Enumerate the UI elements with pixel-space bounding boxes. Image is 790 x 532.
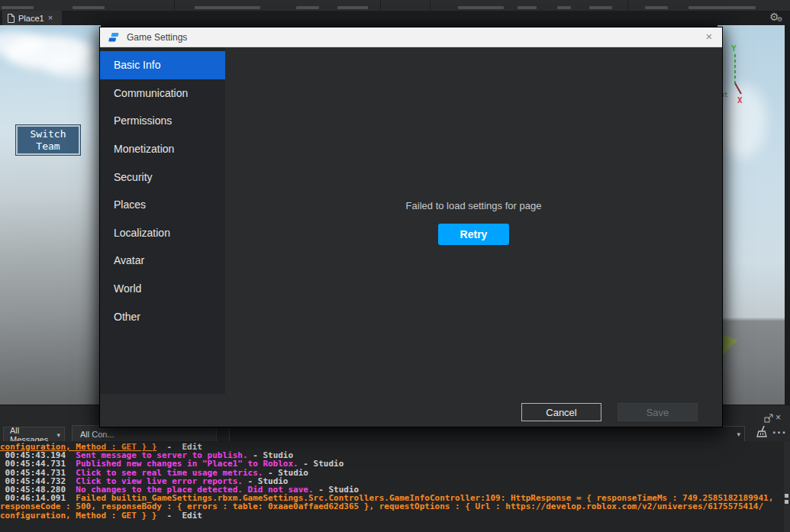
output-close-icon[interactable]: × [775, 412, 781, 423]
sidebar-item-avatar[interactable]: Avatar [100, 247, 225, 275]
ribbon-toolbar [0, 0, 790, 11]
tab-title: Place1 [18, 14, 44, 23]
toolbar-divider [627, 0, 628, 11]
sidebar-item-label: World [114, 282, 141, 295]
terrain-grass-wedge [721, 334, 737, 356]
sidebar-item-permissions[interactable]: Permissions [100, 107, 225, 135]
toolbar-label-fragment [589, 6, 612, 9]
sidebar-item-label: Monetization [114, 143, 174, 155]
sidebar-item-label: Avatar [114, 254, 144, 266]
scrollbar-mark [785, 494, 788, 498]
document-tab-bar: Place1 × ⚙ ⚙ [0, 11, 790, 25]
gizmo-y-label: Y [731, 44, 737, 53]
cloud [46, 57, 99, 77]
viewport-left[interactable] [0, 25, 101, 405]
dialog-title: Game Settings [127, 32, 187, 43]
toolbar-label-fragment [73, 6, 105, 9]
sidebar-item-label: Security [114, 171, 153, 183]
toolbar-divider [430, 0, 430, 11]
log-line[interactable]: configuration, Method : GET } } - Edit [0, 511, 784, 520]
sidebar-item-security[interactable]: Security [100, 163, 225, 191]
toolbar-label-fragment [688, 6, 756, 9]
sidebar-item-localization[interactable]: Localization [100, 219, 225, 247]
toolbar-divider [174, 0, 175, 11]
all-contexts-label: All Con... [80, 430, 114, 439]
sidebar-item-label: Places [114, 198, 146, 211]
right-panel-edge [785, 25, 790, 405]
toolbar-label-fragment [557, 6, 571, 9]
dialog-footer: Cancel Save [100, 394, 722, 427]
scrollbar-mark [785, 500, 788, 504]
sidebar-item-label: Basic Info [114, 59, 160, 71]
toolbar-label-fragment [337, 6, 368, 9]
switch-team-line2: Team [36, 140, 60, 153]
settings-content: Failed to load settings for page Retry [225, 47, 722, 394]
output-search-combobox[interactable]: ▾ [229, 426, 745, 442]
sidebar-item-places[interactable]: Places [100, 191, 225, 219]
cancel-button[interactable]: Cancel [521, 403, 601, 421]
chevron-down-icon: ▾ [56, 431, 64, 439]
clear-output-broom-icon[interactable] [756, 425, 768, 439]
move-tool-gizmo[interactable]: Y X ht [717, 40, 785, 132]
tab-place1[interactable]: Place1 × [2, 11, 62, 25]
sidebar-item-label: Communication [114, 87, 188, 99]
toolbar-label-fragment [2, 6, 34, 9]
sidebar-item-monetization[interactable]: Monetization [100, 135, 225, 163]
retry-button[interactable]: Retry [438, 224, 509, 245]
game-settings-icon [108, 31, 121, 44]
switch-team-line1: Switch [31, 128, 66, 140]
toolbar-label-fragment [645, 6, 668, 9]
document-icon [7, 14, 15, 23]
all-messages-dropdown[interactable]: All Messages ▾ [3, 427, 65, 443]
sidebar-item-communication[interactable]: Communication [100, 79, 225, 108]
roblox-studio-window: Place1 × ⚙ ⚙ Switch Team Y X ht [0, 0, 790, 532]
dialog-close-icon[interactable]: × [702, 30, 716, 43]
all-contexts-dropdown[interactable]: All Con... [72, 425, 217, 443]
sidebar-item-label: Localization [114, 227, 170, 239]
toolbar-label-fragment [458, 6, 504, 9]
toolbar-label-fragment [296, 6, 319, 9]
gizmo-x-label: X [737, 95, 743, 105]
sidebar-item-other[interactable]: Other [100, 302, 225, 330]
game-settings-dialog: Game Settings × Basic InfoCommunicationP… [99, 27, 723, 427]
float-panel-icon[interactable] [764, 414, 774, 423]
output-log[interactable]: configuration, Method : GET } } - Edit 0… [0, 441, 784, 532]
switch-team-button[interactable]: Switch Team [16, 125, 80, 155]
sidebar-item-world[interactable]: World [100, 275, 225, 303]
settings-sidebar: Basic InfoCommunicationPermissionsMoneti… [100, 47, 225, 394]
sidebar-item-basic-info[interactable]: Basic Info [100, 51, 225, 79]
toolbar-label-fragment [195, 6, 260, 9]
toolbar-label-fragment [518, 6, 537, 9]
dialog-title-bar[interactable]: Game Settings × [100, 27, 722, 47]
tab-close-icon[interactable]: × [48, 14, 53, 22]
toolbar-divider [380, 0, 381, 11]
save-button[interactable]: Save [617, 403, 698, 421]
output-more-options-icon[interactable]: ··· [772, 426, 787, 440]
output-scrollbar[interactable] [784, 441, 790, 532]
sidebar-item-label: Other [114, 311, 140, 323]
studio-settings-gears-icon[interactable]: ⚙ ⚙ [768, 11, 786, 25]
error-message: Failed to load settings for page [225, 200, 722, 211]
sidebar-item-label: Permissions [114, 114, 172, 127]
chevron-down-icon: ▾ [737, 430, 744, 438]
